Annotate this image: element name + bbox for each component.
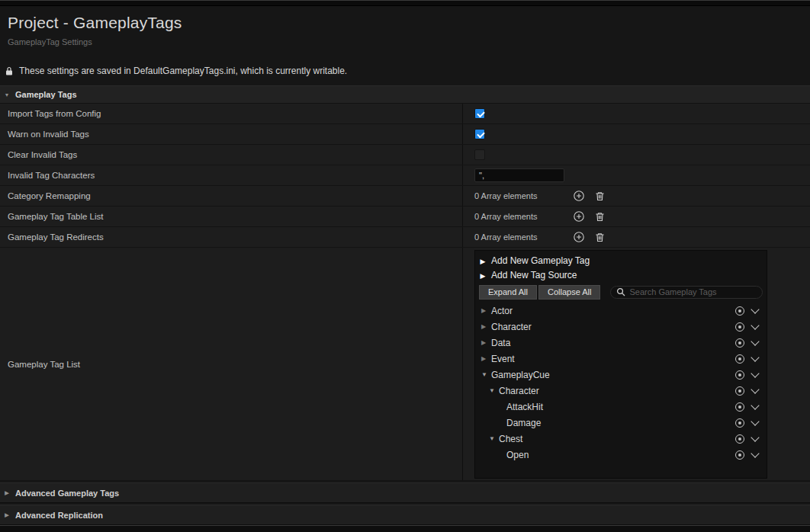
array-count-text: 0 Array elements	[474, 232, 565, 242]
tag-tree-row[interactable]: ▶Data	[479, 335, 763, 351]
section-expander-icon[interactable]	[3, 490, 11, 495]
section-advanced-gameplay-tags[interactable]: Advanced Gameplay Tags	[0, 482, 810, 503]
tag-tree-row[interactable]: ▼Character	[479, 383, 763, 399]
page-subtitle: GameplayTag Settings	[8, 37, 810, 46]
property-row-invalid-chars: Invalid Tag Characters	[0, 165, 810, 186]
property-label-cell: Import Tags from Config	[0, 104, 463, 123]
tag-options-chevron-icon[interactable]	[751, 401, 759, 409]
tag-options-chevron-icon[interactable]	[751, 433, 759, 441]
property-label-cell: Gameplay Tag Table List	[0, 207, 463, 226]
tag-options-chevron-icon[interactable]	[751, 337, 759, 345]
tag-tree-row[interactable]: ▶Character	[479, 319, 763, 335]
tag-label: Event	[491, 354, 515, 364]
tree-expander-icon[interactable]: ▼	[489, 388, 498, 394]
clear-array-button[interactable]	[593, 210, 606, 223]
tag-label: Damage	[506, 418, 541, 428]
section-gameplay-tags[interactable]: Gameplay Tags	[0, 85, 810, 104]
add-new-gameplay-tag-row[interactable]: Add New Gameplay Tag	[479, 253, 763, 268]
tag-tree-row[interactable]: AttackHit	[479, 399, 763, 415]
invalid-tag-characters-input[interactable]	[474, 168, 564, 182]
tag-reference-icon[interactable]	[735, 322, 744, 332]
clear-invalid-checkbox[interactable]	[474, 149, 485, 160]
tree-expander-icon[interactable]: ▶	[481, 356, 490, 362]
expander-collapsed-icon[interactable]	[479, 255, 487, 266]
tag-tree-row[interactable]: Damage	[479, 415, 763, 431]
tag-options-chevron-icon[interactable]	[751, 385, 759, 393]
tag-reference-icon[interactable]	[735, 418, 744, 428]
property-label: Import Tags from Config	[8, 109, 101, 118]
add-new-tag-source-label: Add New Tag Source	[491, 270, 577, 280]
tag-reference-icon[interactable]	[735, 386, 744, 396]
tag-options-chevron-icon[interactable]	[751, 305, 759, 313]
property-label: Gameplay Tag Redirects	[8, 232, 104, 242]
tag-reference-icon[interactable]	[735, 402, 744, 412]
clear-array-button[interactable]	[593, 230, 606, 244]
add-new-tag-source-row[interactable]: Add New Tag Source	[479, 268, 763, 282]
property-label-cell: Gameplay Tag List	[0, 248, 463, 480]
warn-invalid-checkbox[interactable]	[474, 129, 485, 139]
tag-reference-icon[interactable]	[735, 354, 744, 364]
tag-reference-icon[interactable]	[735, 338, 744, 348]
plus-circle-icon	[573, 210, 585, 223]
import-tags-checkbox[interactable]	[474, 108, 485, 119]
clear-array-button[interactable]	[593, 189, 606, 203]
tag-reference-icon[interactable]	[735, 306, 744, 316]
tag-options-chevron-icon[interactable]	[751, 417, 759, 425]
notice-text: These settings are saved in DefaultGamep…	[19, 66, 347, 76]
expand-all-button[interactable]: Expand All	[479, 285, 537, 300]
property-row-gameplay-tag-list: Gameplay Tag List Add New Gameplay Tag A…	[0, 248, 810, 481]
expander-collapsed-icon[interactable]	[479, 270, 487, 280]
property-row-clear-invalid: Clear Invalid Tags	[0, 145, 810, 165]
property-label: Gameplay Tag List	[8, 360, 80, 369]
section-expander-icon[interactable]	[3, 92, 11, 98]
tag-label: Actor	[491, 306, 513, 316]
tag-tree-row[interactable]: ▶Event	[479, 351, 763, 367]
tree-expander-icon[interactable]: ▼	[489, 436, 498, 442]
add-array-element-button[interactable]	[572, 230, 586, 244]
tag-options-chevron-icon[interactable]	[751, 369, 759, 377]
property-label-cell: Invalid Tag Characters	[0, 165, 463, 185]
tag-label: Character	[491, 322, 532, 332]
tag-options-chevron-icon[interactable]	[751, 449, 759, 457]
section-advanced-replication[interactable]: Advanced Replication	[0, 505, 810, 525]
window-bottom-strip	[0, 525, 810, 532]
add-array-element-button[interactable]	[572, 189, 586, 203]
tag-reference-icon[interactable]	[735, 370, 744, 380]
property-value-cell: 0 Array elements	[463, 227, 810, 247]
tag-options-chevron-icon[interactable]	[751, 321, 759, 329]
section-expander-icon[interactable]	[3, 512, 11, 518]
property-label: Warn on Invalid Tags	[8, 130, 89, 139]
tag-tree-row[interactable]: Open	[479, 447, 763, 463]
tag-list-toolbar: Expand All Collapse All	[479, 284, 763, 300]
tree-expander-icon[interactable]: ▶	[481, 340, 490, 346]
property-row-tag-redirects: Gameplay Tag Redirects 0 Array elements	[0, 227, 810, 248]
section-label: Advanced Replication	[15, 511, 103, 520]
trash-icon	[594, 211, 606, 223]
property-label-cell: Warn on Invalid Tags	[0, 124, 463, 144]
property-value-cell	[463, 124, 810, 144]
tag-tree-row[interactable]: ▶Actor	[479, 303, 763, 319]
tag-reference-icon[interactable]	[735, 434, 744, 444]
tag-tree-row[interactable]: ▼GameplayCue	[479, 367, 763, 383]
search-input[interactable]	[629, 287, 757, 296]
property-value-cell: Add New Gameplay Tag Add New Tag Source …	[463, 248, 810, 480]
collapse-all-button[interactable]: Collapse All	[538, 285, 600, 300]
search-icon	[616, 287, 625, 296]
page-header: Project - GameplayTags GameplayTag Setti…	[0, 6, 810, 53]
add-new-gameplay-tag-label: Add New Gameplay Tag	[491, 255, 590, 266]
tree-expander-icon[interactable]: ▼	[481, 372, 490, 378]
search-gameplay-tags-field[interactable]	[610, 286, 763, 299]
tag-reference-icon[interactable]	[735, 450, 744, 460]
lock-icon	[5, 66, 13, 75]
tag-options-chevron-icon[interactable]	[751, 353, 759, 361]
add-array-element-button[interactable]	[572, 210, 586, 223]
tree-expander-icon[interactable]: ▶	[481, 324, 490, 330]
page-title: Project - GameplayTags	[8, 14, 810, 32]
trash-icon	[594, 191, 606, 202]
trash-icon	[594, 232, 606, 243]
property-rows: Import Tags from Config Warn on Invalid …	[0, 104, 810, 481]
tree-expander-icon[interactable]: ▶	[481, 308, 490, 314]
property-label-cell: Category Remapping	[0, 186, 463, 206]
tag-tree-row[interactable]: ▼Chest	[479, 431, 763, 447]
config-file-notice: These settings are saved in DefaultGamep…	[0, 62, 810, 79]
